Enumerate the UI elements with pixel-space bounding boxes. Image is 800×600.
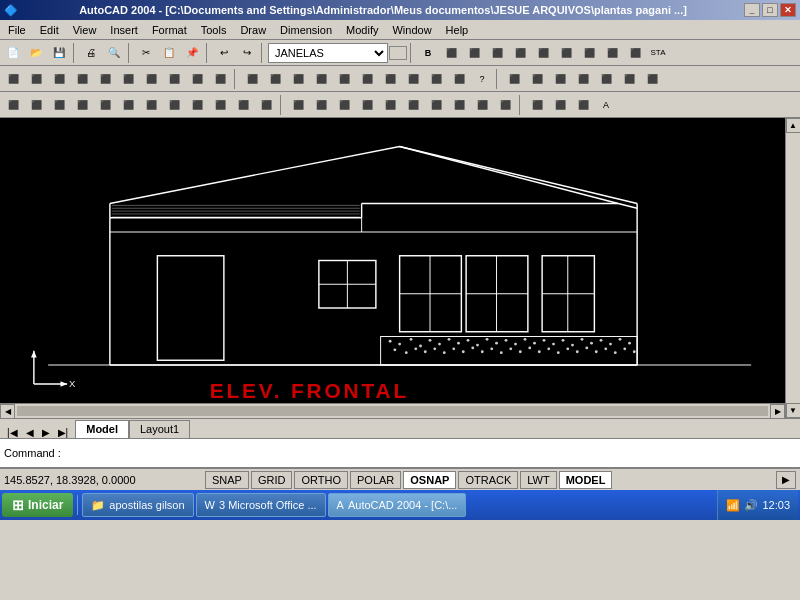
tb3-b15[interactable]: ⬛: [333, 94, 355, 116]
redo-btn[interactable]: ↪: [236, 42, 258, 64]
status-arrow[interactable]: ▶: [776, 471, 796, 489]
tb3-b23[interactable]: ⬛: [526, 94, 548, 116]
taskbar-item-apostilas[interactable]: 📁 apostilas gilson: [82, 493, 193, 517]
new-btn[interactable]: 📄: [2, 42, 24, 64]
tb2-b17[interactable]: ⬛: [379, 68, 401, 90]
tb3-b9[interactable]: ⬛: [186, 94, 208, 116]
tb3-b16[interactable]: ⬛: [356, 94, 378, 116]
menu-view[interactable]: View: [67, 22, 103, 38]
scroll-right-btn[interactable]: ▶: [770, 404, 785, 419]
tb-b2[interactable]: ⬛: [440, 42, 462, 64]
layer-color[interactable]: [389, 46, 407, 60]
menu-tools[interactable]: Tools: [195, 22, 233, 38]
paste-btn[interactable]: 📌: [181, 42, 203, 64]
tb-b10[interactable]: ⬛: [624, 42, 646, 64]
tb-b1[interactable]: B: [417, 42, 439, 64]
menu-edit[interactable]: Edit: [34, 22, 65, 38]
tb3-b25[interactable]: ⬛: [572, 94, 594, 116]
tb2-b25[interactable]: ⬛: [572, 68, 594, 90]
tb3-b8[interactable]: ⬛: [163, 94, 185, 116]
menu-help[interactable]: Help: [440, 22, 475, 38]
tb2-b2[interactable]: ⬛: [25, 68, 47, 90]
tb2-b5[interactable]: ⬛: [94, 68, 116, 90]
tb3-b11[interactable]: ⬛: [232, 94, 254, 116]
menu-insert[interactable]: Insert: [104, 22, 144, 38]
tb3-b22[interactable]: ⬛: [494, 94, 516, 116]
tb2-b20[interactable]: ⬛: [448, 68, 470, 90]
tb3-b2[interactable]: ⬛: [25, 94, 47, 116]
tb3-b17[interactable]: ⬛: [379, 94, 401, 116]
tb2-b16[interactable]: ⬛: [356, 68, 378, 90]
drawing-area[interactable]: ▲ ▼: [0, 118, 800, 418]
tb2-b15[interactable]: ⬛: [333, 68, 355, 90]
lwt-btn[interactable]: LWT: [520, 471, 556, 489]
scroll-up-btn[interactable]: ▲: [786, 118, 801, 133]
model-btn[interactable]: MODEL: [559, 471, 613, 489]
tb2-b11[interactable]: ⬛: [241, 68, 263, 90]
otrack-btn[interactable]: OTRACK: [458, 471, 518, 489]
tb2-b7[interactable]: ⬛: [140, 68, 162, 90]
tb-b4[interactable]: ⬛: [486, 42, 508, 64]
tb-b8[interactable]: ⬛: [578, 42, 600, 64]
command-input[interactable]: [65, 447, 796, 459]
open-btn[interactable]: 📂: [25, 42, 47, 64]
tb3-b1[interactable]: ⬛: [2, 94, 24, 116]
save-btn[interactable]: 💾: [48, 42, 70, 64]
menu-modify[interactable]: Modify: [340, 22, 384, 38]
tb3-b19[interactable]: ⬛: [425, 94, 447, 116]
menu-draw[interactable]: Draw: [234, 22, 272, 38]
print-btn[interactable]: 🖨: [80, 42, 102, 64]
tb2-b21[interactable]: ?: [471, 68, 493, 90]
tab-last-btn[interactable]: ▶|: [55, 427, 72, 438]
scroll-left-btn[interactable]: ◀: [0, 404, 15, 419]
tb2-b24[interactable]: ⬛: [549, 68, 571, 90]
tb2-b14[interactable]: ⬛: [310, 68, 332, 90]
tb3-b12[interactable]: ⬛: [255, 94, 277, 116]
tb2-b9[interactable]: ⬛: [186, 68, 208, 90]
tb-b9[interactable]: ⬛: [601, 42, 623, 64]
menu-window[interactable]: Window: [386, 22, 437, 38]
tb3-b4[interactable]: ⬛: [71, 94, 93, 116]
tb3-b6[interactable]: ⬛: [117, 94, 139, 116]
tb2-b13[interactable]: ⬛: [287, 68, 309, 90]
tb2-b23[interactable]: ⬛: [526, 68, 548, 90]
tb3-b7[interactable]: ⬛: [140, 94, 162, 116]
tab-model[interactable]: Model: [75, 420, 129, 438]
tb2-b27[interactable]: ⬛: [618, 68, 640, 90]
tb3-b26[interactable]: A: [595, 94, 617, 116]
snap-btn[interactable]: SNAP: [205, 471, 249, 489]
tb2-b22[interactable]: ⬛: [503, 68, 525, 90]
tb3-b14[interactable]: ⬛: [310, 94, 332, 116]
tb2-b6[interactable]: ⬛: [117, 68, 139, 90]
scroll-down-btn[interactable]: ▼: [786, 403, 801, 418]
close-button[interactable]: ✕: [780, 3, 796, 17]
scroll-track-h[interactable]: [17, 406, 768, 416]
vertical-scrollbar[interactable]: ▲ ▼: [785, 118, 800, 418]
osnap-btn[interactable]: OSNAP: [403, 471, 456, 489]
tb3-b13[interactable]: ⬛: [287, 94, 309, 116]
tb2-b10[interactable]: ⬛: [209, 68, 231, 90]
undo-btn[interactable]: ↩: [213, 42, 235, 64]
menu-dimension[interactable]: Dimension: [274, 22, 338, 38]
polar-btn[interactable]: POLAR: [350, 471, 401, 489]
tb2-b18[interactable]: ⬛: [402, 68, 424, 90]
preview-btn[interactable]: 🔍: [103, 42, 125, 64]
tab-next-btn[interactable]: ▶: [39, 427, 53, 438]
maximize-button[interactable]: □: [762, 3, 778, 17]
start-button[interactable]: ⊞ Iniciar: [2, 493, 73, 517]
tb3-b24[interactable]: ⬛: [549, 94, 571, 116]
tb2-b4[interactable]: ⬛: [71, 68, 93, 90]
tb2-b12[interactable]: ⬛: [264, 68, 286, 90]
ortho-btn[interactable]: ORTHO: [294, 471, 348, 489]
minimize-button[interactable]: _: [744, 3, 760, 17]
tb-b7[interactable]: ⬛: [555, 42, 577, 64]
tb3-b20[interactable]: ⬛: [448, 94, 470, 116]
tb-b6[interactable]: ⬛: [532, 42, 554, 64]
horizontal-scrollbar[interactable]: ◀ ▶: [0, 403, 785, 418]
tb3-b10[interactable]: ⬛: [209, 94, 231, 116]
tab-first-btn[interactable]: |◀: [4, 427, 21, 438]
tab-prev-btn[interactable]: ◀: [23, 427, 37, 438]
tb2-b3[interactable]: ⬛: [48, 68, 70, 90]
tb2-b8[interactable]: ⬛: [163, 68, 185, 90]
taskbar-item-word[interactable]: W 3 Microsoft Office ...: [196, 493, 326, 517]
